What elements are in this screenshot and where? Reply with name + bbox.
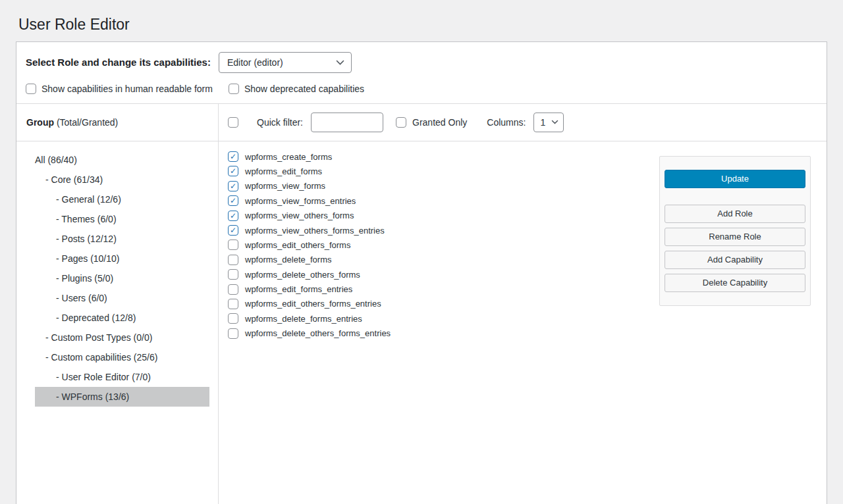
capability-label: wpforms_edit_others_forms_entries: [245, 299, 381, 309]
quick-filter-label: Quick filter:: [257, 117, 303, 128]
capability-checkbox[interactable]: [228, 166, 238, 176]
capability-checkbox[interactable]: [228, 181, 238, 191]
columns-select[interactable]: 1: [533, 113, 564, 132]
deprecated-option: Show deprecated capabilities: [229, 84, 364, 94]
granted-only-checkbox[interactable]: [396, 117, 406, 128]
content-area: All (86/40)- Core (61/34)- General (12/6…: [16, 141, 827, 504]
capability-checkbox[interactable]: [228, 284, 238, 295]
group-tree-item[interactable]: - Core (61/34): [35, 170, 209, 189]
capability-checkbox[interactable]: [228, 328, 238, 339]
human-readable-label: Show capabilities in human readable form: [41, 84, 213, 94]
columns-select-value: 1: [540, 117, 545, 128]
capability-label: wpforms_delete_forms_entries: [245, 314, 362, 324]
capability-label: wpforms_view_others_forms_entries: [245, 226, 385, 236]
quick-filter-input[interactable]: [311, 113, 383, 132]
actions-panel: Update Add Role Rename Role Add Capabili…: [659, 156, 811, 306]
capability-label: wpforms_edit_forms: [245, 166, 322, 176]
granted-only-label: Granted Only: [412, 117, 467, 128]
deprecated-label: Show deprecated capabilities: [244, 84, 364, 94]
capability-checkbox[interactable]: [228, 239, 238, 250]
group-tree-item[interactable]: - Posts (12/12): [35, 229, 209, 249]
group-header-label: Group: [26, 117, 54, 128]
capability-checkbox[interactable]: [228, 313, 238, 324]
capability-checkbox[interactable]: [228, 269, 238, 280]
capability-checkbox[interactable]: [228, 151, 238, 162]
select-role-label: Select Role and change its capabilities:: [26, 57, 211, 68]
group-tree-item[interactable]: - WPForms (13/6): [35, 387, 209, 407]
delete-capability-button[interactable]: Delete Capability: [665, 274, 805, 292]
capability-label: wpforms_edit_forms_entries: [245, 284, 352, 294]
group-tree-item[interactable]: - Custom capabilities (25/6): [35, 347, 209, 367]
group-tree-item[interactable]: - General (12/6): [35, 189, 209, 209]
group-header: Group (Total/Granted): [16, 104, 219, 141]
human-readable-checkbox[interactable]: [26, 84, 36, 94]
page-title: User Role Editor: [0, 0, 843, 41]
add-role-button[interactable]: Add Role: [665, 205, 805, 223]
group-tree-item[interactable]: - Custom Post Types (0/0): [35, 328, 209, 347]
columns-label: Columns:: [487, 117, 526, 128]
display-options-row: Show capabilities in human readable form…: [26, 84, 817, 94]
capability-label: wpforms_view_forms: [245, 181, 325, 191]
role-select-value: Editor (editor): [227, 57, 283, 68]
group-tree-item[interactable]: - Pages (10/10): [35, 249, 209, 268]
capability-label: wpforms_edit_others_forms: [245, 240, 350, 250]
select-all-checkbox[interactable]: [228, 117, 238, 128]
capability-label: wpforms_create_forms: [245, 152, 332, 162]
role-section: Select Role and change its capabilities:…: [16, 42, 827, 104]
main-panel: Select Role and change its capabilities:…: [16, 41, 827, 504]
capability-label: wpforms_delete_others_forms_entries: [245, 328, 391, 338]
capability-checkbox[interactable]: [228, 255, 238, 265]
capability-checkbox[interactable]: [228, 299, 238, 309]
group-header-suffix: (Total/Granted): [54, 117, 118, 128]
chevron-down-icon: [551, 120, 558, 124]
rename-role-button[interactable]: Rename Role: [665, 228, 805, 246]
role-select[interactable]: Editor (editor): [219, 52, 352, 73]
filter-toolbar: Group (Total/Granted) Quick filter: Gran…: [16, 104, 827, 141]
capability-label: wpforms_view_others_forms: [245, 211, 354, 220]
capability-checkbox[interactable]: [228, 225, 238, 236]
group-tree-item[interactable]: - Deprecated (12/8): [35, 308, 209, 328]
capability-row: wpforms_delete_forms_entries: [228, 311, 827, 326]
chevron-down-icon: [336, 60, 344, 65]
capability-checkbox[interactable]: [228, 211, 238, 221]
group-tree-item[interactable]: - User Role Editor (7/0): [35, 367, 209, 387]
role-select-row: Select Role and change its capabilities:…: [26, 52, 817, 73]
group-tree-item[interactable]: - Plugins (5/0): [35, 268, 209, 288]
filter-controls: Quick filter: Granted Only Columns: 1: [219, 104, 827, 141]
deprecated-checkbox[interactable]: [229, 84, 239, 94]
group-tree-item[interactable]: All (86/40): [35, 150, 209, 170]
update-button[interactable]: Update: [665, 170, 805, 188]
group-tree-item[interactable]: - Users (6/0): [35, 288, 209, 308]
capability-checkbox[interactable]: [228, 195, 238, 206]
human-readable-option: Show capabilities in human readable form: [26, 84, 213, 94]
group-tree-item[interactable]: - Themes (6/0): [35, 209, 209, 229]
capability-label: wpforms_view_forms_entries: [245, 196, 356, 206]
capability-row: wpforms_delete_others_forms_entries: [228, 326, 827, 341]
add-capability-button[interactable]: Add Capability: [665, 251, 805, 269]
capability-label: wpforms_delete_others_forms: [245, 270, 360, 280]
capability-label: wpforms_delete_forms: [245, 255, 332, 265]
group-tree: All (86/40)- Core (61/34)- General (12/6…: [16, 141, 219, 504]
